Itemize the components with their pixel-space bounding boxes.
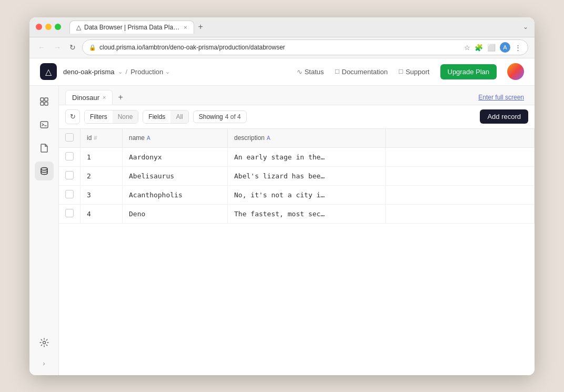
th-checkbox[interactable] <box>59 129 80 148</box>
tab-favicon: △ <box>76 24 81 31</box>
th-id-type-icon: # <box>94 135 97 141</box>
forward-button[interactable]: → <box>52 42 63 53</box>
extensions-icon[interactable]: 🧩 <box>475 42 483 53</box>
row-checkbox[interactable] <box>65 171 74 179</box>
table-body: 1 Aardonyx An early stage in the… 2 Abel… <box>59 147 535 223</box>
th-name[interactable]: name A <box>123 129 228 148</box>
fullscreen-link[interactable]: Enter full screen <box>474 92 528 103</box>
environment-name: Production <box>130 68 163 76</box>
data-tab-dinosaur[interactable]: Dinosaur × <box>65 90 113 105</box>
row-id: 2 <box>80 166 123 185</box>
row-checkbox-cell[interactable] <box>59 204 80 223</box>
row-description: Abel's lizard has bee… <box>228 166 386 185</box>
row-checkbox-cell[interactable] <box>59 147 80 166</box>
th-extra <box>386 129 535 148</box>
tab-more-btn[interactable]: ⌄ <box>523 23 528 31</box>
row-checkbox[interactable] <box>65 190 74 198</box>
browser-tab[interactable]: △ Data Browser | Prisma Data Pla… × <box>69 21 194 34</box>
row-description: An early stage in the… <box>228 147 386 166</box>
th-description-sort-icon: A <box>267 135 270 141</box>
app-header: △ deno-oak-prisma ⌄ / Production ⌄ ∿ Sta… <box>29 58 535 86</box>
close-button[interactable] <box>36 24 42 30</box>
sidebar-item-settings[interactable] <box>35 333 54 352</box>
sidebar-item-browse[interactable] <box>35 92 54 111</box>
sidebar-expand-button[interactable]: › <box>39 358 49 369</box>
refresh-records-button[interactable]: ↻ <box>65 109 80 124</box>
row-id: 1 <box>80 147 123 166</box>
row-id: 4 <box>80 204 123 223</box>
file-icon <box>39 143 49 153</box>
row-name: Aardonyx <box>123 147 228 166</box>
svg-rect-1 <box>45 98 48 101</box>
select-all-checkbox[interactable] <box>65 133 74 142</box>
more-menu-icon[interactable]: ⋮ <box>515 42 521 53</box>
url-bar[interactable]: 🔒 cloud.prisma.io/lambtron/deno-oak-pris… <box>82 39 528 55</box>
table-header-row: id # name A <box>59 129 535 148</box>
user-avatar[interactable] <box>507 63 524 80</box>
table-row[interactable]: 3 Acanthopholis No, it's not a city i… <box>59 185 535 204</box>
doc-icon: ☐ <box>335 68 340 75</box>
row-extra <box>386 204 535 223</box>
row-checkbox[interactable] <box>65 152 74 160</box>
th-description[interactable]: description A <box>228 129 386 148</box>
documentation-link[interactable]: ☐ Documentation <box>335 68 388 76</box>
svg-point-6 <box>41 167 47 170</box>
row-checkbox-cell[interactable] <box>59 185 80 204</box>
project-chevron-icon[interactable]: ⌄ <box>118 68 123 75</box>
status-link[interactable]: ∿ Status <box>297 68 324 76</box>
maximize-button[interactable] <box>55 24 61 30</box>
project-name[interactable]: deno-oak-prisma <box>63 68 115 76</box>
url-text: cloud.prisma.io/lambtron/deno-oak-prisma… <box>99 44 285 51</box>
upgrade-plan-button[interactable]: Upgrade Plan <box>440 64 497 79</box>
table-row[interactable]: 2 Abelisaurus Abel's lizard has bee… <box>59 166 535 185</box>
back-button[interactable]: ← <box>36 42 47 53</box>
row-description: No, it's not a city i… <box>228 185 386 204</box>
sidebar-bottom: › <box>35 333 54 369</box>
data-tab-close-btn[interactable]: × <box>103 94 106 100</box>
row-name: Abelisaurus <box>123 166 228 185</box>
filters-button[interactable]: Filters <box>85 110 113 123</box>
data-tab-new-button[interactable]: + <box>115 91 126 104</box>
row-checkbox-cell[interactable] <box>59 166 80 185</box>
row-extra <box>386 185 535 204</box>
minimize-button[interactable] <box>45 24 52 30</box>
row-name: Deno <box>123 204 228 223</box>
support-icon: ☐ <box>398 68 404 75</box>
filters-value: None <box>113 110 138 123</box>
download-icon[interactable]: ☆ <box>464 42 470 53</box>
sidebar-item-terminal[interactable] <box>35 115 54 134</box>
fields-button[interactable]: Fields <box>143 110 170 123</box>
fields-value: All <box>170 110 188 123</box>
svg-point-7 <box>43 341 45 344</box>
lock-icon: 🔒 <box>89 44 96 51</box>
row-description: The fastest, most sec… <box>228 204 386 223</box>
row-checkbox[interactable] <box>65 209 74 217</box>
data-tabs: Dinosaur × + Enter full screen <box>59 86 535 105</box>
new-tab-button[interactable]: + <box>196 22 205 32</box>
showing-group[interactable]: Showing 4 of 4 <box>193 110 247 123</box>
support-link[interactable]: ☐ Support <box>398 68 430 76</box>
sidebar-item-database[interactable] <box>35 162 54 180</box>
account-icon[interactable]: A <box>500 42 510 53</box>
tab-close-btn[interactable]: × <box>184 24 187 31</box>
filters-group[interactable]: Filters None <box>84 110 138 124</box>
table-row[interactable]: 1 Aardonyx An early stage in the… <box>59 147 535 166</box>
row-name: Acanthopholis <box>123 185 228 204</box>
traffic-lights <box>36 24 61 30</box>
database-icon <box>39 166 49 176</box>
main-content: › Dinosaur × + Enter full screen ↻ <box>29 86 535 375</box>
th-id[interactable]: id # <box>80 129 123 148</box>
table-row[interactable]: 4 Deno The fastest, most sec… <box>59 204 535 223</box>
showing-label: Showing <box>199 113 223 120</box>
refresh-button[interactable]: ↻ <box>67 42 78 53</box>
terminal-icon <box>39 120 49 129</box>
sidebar-item-file[interactable] <box>35 138 54 157</box>
app-logo[interactable]: △ <box>40 63 57 80</box>
table-container: id # name A <box>59 129 535 375</box>
split-view-icon[interactable]: ⬜ <box>487 42 496 53</box>
svg-rect-0 <box>41 98 44 101</box>
environment-selector[interactable]: Production ⌄ <box>130 68 170 76</box>
row-extra <box>386 147 535 166</box>
add-record-button[interactable]: Add record <box>480 109 528 124</box>
fields-group[interactable]: Fields All <box>143 110 188 124</box>
